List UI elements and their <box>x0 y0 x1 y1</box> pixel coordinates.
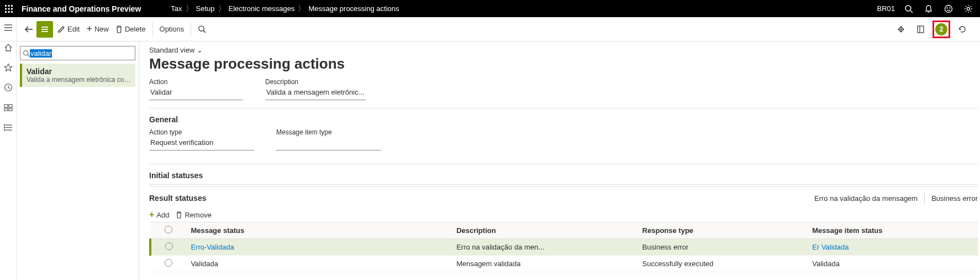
section-header-result-statuses[interactable]: Result statuses Erro na validação da men… <box>149 191 978 208</box>
description-input[interactable]: Valida a mensagem eletrônic... <box>265 87 366 100</box>
table-row[interactable]: ValidadaMensagem validadaSuccessfully ex… <box>150 256 978 272</box>
trash-icon <box>176 211 182 219</box>
filter-input-wrapper[interactable]: validar <box>20 46 135 60</box>
breadcrumb-item[interactable]: Tax <box>171 4 182 13</box>
options-button[interactable]: Options <box>156 21 188 38</box>
action-bar: Edit + New Delete Options 2 <box>0 17 980 42</box>
svg-point-29 <box>4 129 5 131</box>
page-title: Message processing actions <box>149 55 980 72</box>
remove-button[interactable]: Remove <box>176 210 211 220</box>
action-field: Action Validar <box>149 78 243 100</box>
svg-rect-22 <box>4 108 8 111</box>
waffle-icon[interactable] <box>0 0 17 17</box>
svg-rect-6 <box>5 11 7 13</box>
result-error-text: Erro na validação da mensagem <box>814 194 918 203</box>
cell-message-status: Erro-Validada <box>186 239 452 256</box>
table-row[interactable]: Erro-ValidadaErro na validação da men...… <box>150 239 978 256</box>
search-icon[interactable] <box>903 3 915 15</box>
topbar-right: BR01 <box>877 3 980 15</box>
plus-icon: + <box>149 210 154 220</box>
breadcrumb-item[interactable]: Message processing actions <box>308 4 399 13</box>
message-item-type-input[interactable] <box>276 137 381 151</box>
nav-item-title: Validar <box>27 67 131 76</box>
chevron-right-icon: 〉 <box>186 4 193 14</box>
edit-button[interactable]: Edit <box>54 21 83 38</box>
svg-rect-3 <box>5 8 7 9</box>
smile-icon[interactable] <box>942 3 955 15</box>
svg-rect-1 <box>8 5 9 7</box>
select-all-radio[interactable] <box>165 226 172 234</box>
svg-point-15 <box>967 7 970 10</box>
col-message-item-status[interactable]: Message item status <box>808 222 978 239</box>
chevron-right-icon: 〉 <box>298 4 305 14</box>
svg-line-34 <box>204 30 206 33</box>
plus-icon: + <box>86 23 92 35</box>
initial-statuses-section: Initial statuses <box>149 164 978 186</box>
options-label: Options <box>160 25 185 33</box>
trash-icon <box>115 25 123 33</box>
svg-point-27 <box>4 125 5 126</box>
field-label: Message item type <box>276 128 381 136</box>
col-description[interactable]: Description <box>452 222 637 239</box>
row-radio[interactable] <box>165 242 173 250</box>
cell-description: Erro na validação da men... <box>452 239 637 256</box>
list-icon[interactable] <box>3 122 13 132</box>
breadcrumb-item[interactable]: Setup <box>196 4 215 13</box>
view-toggle-button[interactable] <box>36 21 53 38</box>
attach-icon[interactable] <box>893 21 909 38</box>
svg-line-10 <box>910 11 913 13</box>
section-right-info: Erro na validação da mensagem Business e… <box>814 193 978 203</box>
svg-line-38 <box>28 54 29 56</box>
result-error-type: Business error <box>931 194 978 203</box>
back-button[interactable] <box>21 21 36 38</box>
search-action-button[interactable] <box>194 21 209 38</box>
bell-icon[interactable] <box>923 3 935 15</box>
section-header-initial-statuses[interactable]: Initial statuses <box>149 169 978 185</box>
refresh-icon[interactable] <box>955 21 970 38</box>
message-item-type-field: Message item type <box>276 128 381 151</box>
nav-item-validar[interactable]: Validar Valida a mensagem eletrônica com… <box>20 64 135 87</box>
add-label: Add <box>156 211 169 219</box>
chevron-right-icon: 〉 <box>218 4 225 14</box>
col-message-status[interactable]: Message status <box>186 222 452 239</box>
gear-icon[interactable] <box>962 3 974 15</box>
general-section: General Action type Request verification… <box>149 108 978 164</box>
module-icon[interactable] <box>3 102 13 112</box>
description-field: Description Valida a mensagem eletrônic.… <box>265 78 366 100</box>
delete-button[interactable]: Delete <box>112 21 149 38</box>
office-icon[interactable] <box>913 21 928 38</box>
company-code[interactable]: BR01 <box>877 4 895 13</box>
col-response-type[interactable]: Response type <box>638 222 808 239</box>
actionbar-right: 2 <box>893 20 976 38</box>
svg-rect-7 <box>8 11 9 13</box>
svg-point-13 <box>947 8 947 8</box>
header-fields: Action Validar Description Valida a mens… <box>149 78 980 100</box>
svg-point-9 <box>905 6 911 11</box>
row-radio[interactable] <box>165 259 172 267</box>
svg-rect-21 <box>9 105 12 107</box>
action-input[interactable]: Validar <box>149 87 243 100</box>
view-selector[interactable]: Standard view ⌄ <box>149 46 980 54</box>
svg-rect-0 <box>5 5 7 7</box>
add-button[interactable]: +Add <box>149 210 169 220</box>
svg-point-12 <box>945 5 952 12</box>
svg-rect-4 <box>8 8 9 9</box>
breadcrumb-item[interactable]: Electronic messages <box>229 4 295 13</box>
col-select[interactable] <box>150 222 186 239</box>
delete-label: Delete <box>125 25 146 33</box>
action-type-input[interactable]: Request verification <box>149 137 254 151</box>
main-panel: Standard view ⌄ Message processing actio… <box>139 42 980 280</box>
content: validar Validar Valida a mensagem eletrô… <box>17 42 980 280</box>
filter-input[interactable]: validar <box>30 49 52 58</box>
clock-icon[interactable] <box>3 82 13 92</box>
nav-panel: validar Validar Valida a mensagem eletrô… <box>17 42 139 280</box>
edit-label: Edit <box>67 25 80 33</box>
new-button[interactable]: + New <box>83 21 112 38</box>
separator <box>191 22 191 37</box>
cell-response-type: Business error <box>638 239 808 256</box>
star-icon[interactable] <box>3 63 13 72</box>
help-badge-icon[interactable]: 2 <box>935 23 947 35</box>
section-header-general[interactable]: General <box>149 113 978 128</box>
field-label: Description <box>265 78 366 86</box>
home-icon[interactable] <box>3 43 13 53</box>
